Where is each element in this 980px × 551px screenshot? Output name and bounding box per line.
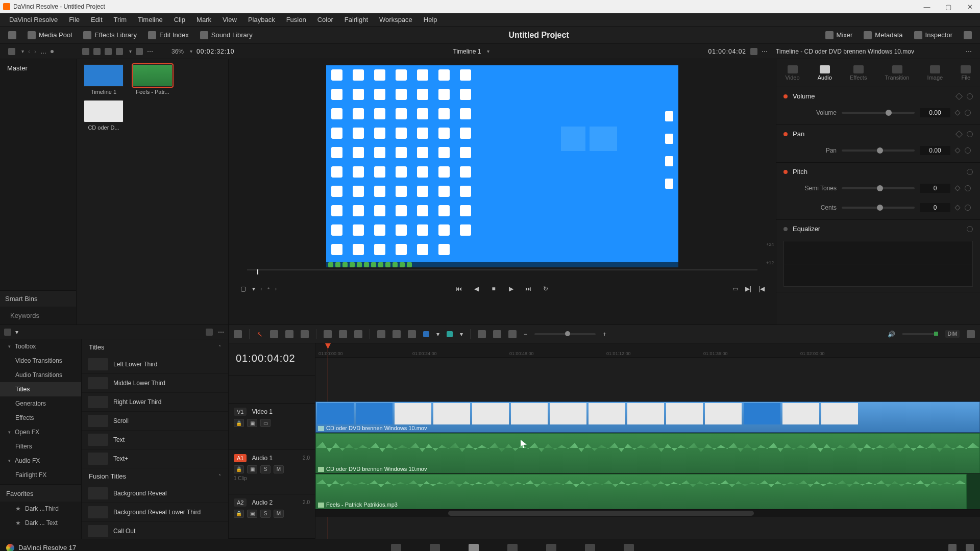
- menu-trim[interactable]: Trim: [109, 14, 132, 26]
- reset-icon[interactable]: [967, 93, 973, 99]
- timeline-view-options-icon[interactable]: [234, 330, 242, 338]
- cat-filters[interactable]: Filters: [0, 439, 81, 454]
- page-fairlight-icon[interactable]: [585, 544, 595, 552]
- slider-knob-icon[interactable]: [886, 110, 892, 116]
- sound-library-toggle[interactable]: Sound Library: [197, 29, 256, 41]
- reset-icon[interactable]: [967, 226, 973, 232]
- semitones-value[interactable]: 0: [920, 184, 950, 193]
- menu-timeline[interactable]: Timeline: [133, 14, 168, 26]
- title-item[interactable]: Text: [82, 431, 228, 449]
- keyframe-icon[interactable]: [954, 110, 960, 115]
- match-next-icon[interactable]: ›: [275, 285, 277, 292]
- menu-file[interactable]: File: [64, 14, 85, 26]
- chevron-down-icon[interactable]: ▾: [21, 48, 24, 54]
- title-item[interactable]: Left Lower Third: [82, 355, 228, 374]
- ellipsis-icon[interactable]: …: [40, 48, 46, 55]
- playhead-icon[interactable]: [257, 269, 258, 274]
- menu-edit[interactable]: Edit: [86, 14, 107, 26]
- chevron-down-icon[interactable]: ▾: [129, 48, 132, 54]
- title-item[interactable]: Middle Lower Third: [82, 374, 228, 393]
- inspector-tab-video[interactable]: Video: [781, 63, 804, 83]
- pan-value[interactable]: 0.00: [920, 146, 950, 155]
- timeline-tracks[interactable]: 01:00:00:00 01:00:24:00 01:00:48:00 01:0…: [315, 343, 980, 539]
- keyframe-icon[interactable]: [954, 147, 960, 153]
- fusion-titles-group-header[interactable]: Fusion Titles˄: [82, 468, 228, 484]
- first-frame-button[interactable]: ⏮: [455, 285, 463, 293]
- chevron-down-icon[interactable]: ▾: [252, 285, 255, 292]
- fullscreen-viewer-button[interactable]: [5, 29, 19, 41]
- lock-icon[interactable]: [408, 330, 416, 338]
- timeline-scrollbar[interactable]: [315, 510, 980, 517]
- chevron-down-icon[interactable]: ▾: [460, 331, 463, 338]
- cat-titles[interactable]: Titles: [0, 382, 81, 396]
- menu-playback[interactable]: Playback: [243, 14, 280, 26]
- play-button[interactable]: ▶: [507, 285, 515, 293]
- effects-library-toggle[interactable]: Effects Library: [80, 29, 140, 41]
- chevron-down-icon[interactable]: ▾: [487, 48, 489, 54]
- smart-bins-header[interactable]: Smart Bins: [0, 290, 76, 307]
- meters-icon[interactable]: [967, 330, 975, 338]
- menu-fusion[interactable]: Fusion: [281, 14, 311, 26]
- menu-view[interactable]: View: [217, 14, 242, 26]
- solo-button[interactable]: S: [260, 510, 271, 518]
- menu-workspace[interactable]: Workspace: [374, 14, 418, 26]
- reset-icon[interactable]: [965, 205, 971, 211]
- keyframe-icon[interactable]: [954, 185, 960, 191]
- cat-toolbox[interactable]: ▾Toolbox: [0, 339, 81, 354]
- mute-button[interactable]: M: [274, 510, 284, 518]
- flag-blue-icon[interactable]: [423, 331, 429, 337]
- zoom-percent[interactable]: 36%: [172, 48, 184, 55]
- slider-knob-icon[interactable]: [877, 185, 883, 191]
- maximize-button[interactable]: ▢: [941, 2, 955, 12]
- semitones-slider[interactable]: [842, 187, 915, 189]
- match-prev-icon[interactable]: ‹: [260, 285, 262, 292]
- audio2-track-header[interactable]: A2Audio 22.0 🔒▣SM: [229, 494, 315, 539]
- auto-select-icon[interactable]: ▣: [247, 465, 257, 473]
- in-out-icon[interactable]: ▢: [239, 285, 247, 293]
- enable-dot-icon[interactable]: [783, 94, 788, 98]
- lock-track-icon[interactable]: 🔒: [234, 510, 244, 518]
- thumb-view-icon[interactable]: [82, 48, 89, 55]
- dynamic-trim-icon[interactable]: [285, 330, 293, 338]
- close-button[interactable]: ✕: [963, 2, 977, 12]
- slider-knob-icon[interactable]: [565, 331, 570, 336]
- keyframe-icon[interactable]: [954, 205, 960, 210]
- mute-button[interactable]: M: [274, 465, 284, 473]
- menu-help[interactable]: Help: [419, 14, 443, 26]
- page-cut-icon[interactable]: [430, 544, 440, 552]
- match-frame-icon[interactable]: ▭: [731, 285, 739, 293]
- blade-tool-icon[interactable]: [301, 330, 309, 338]
- bin-list-icon[interactable]: [8, 48, 15, 55]
- audio1-track-lane[interactable]: CD oder DVD brennen Windows 10.mov: [315, 433, 980, 474]
- volume-slider[interactable]: [842, 112, 915, 114]
- audio-clip[interactable]: CD oder DVD brennen Windows 10.mov: [315, 433, 980, 473]
- metadata-toggle[interactable]: Metadata: [861, 29, 905, 41]
- ellipsis-icon[interactable]: ⋯: [147, 48, 153, 55]
- monitor-volume-slider[interactable]: [902, 333, 938, 335]
- inspector-tab-transition[interactable]: Transition: [881, 63, 914, 83]
- title-item[interactable]: Scroll: [82, 412, 228, 431]
- favorite-item[interactable]: ★Dark ... Text: [0, 516, 81, 530]
- replace-clip-icon[interactable]: [354, 330, 362, 338]
- inspector-tab-file[interactable]: File: [957, 63, 975, 83]
- last-frame-button[interactable]: ⏭: [524, 285, 532, 293]
- match-dot-icon[interactable]: •: [267, 285, 270, 292]
- keyframe-icon[interactable]: [955, 92, 963, 99]
- menu-clip[interactable]: Clip: [169, 14, 190, 26]
- solo-button[interactable]: S: [260, 465, 271, 473]
- prev-edit-icon[interactable]: |◀: [757, 285, 766, 293]
- menu-fairlight[interactable]: Fairlight: [339, 14, 373, 26]
- inspector-toggle[interactable]: Inspector: [911, 29, 955, 41]
- equalizer-graph[interactable]: [783, 241, 973, 287]
- slider-knob-icon[interactable]: [877, 205, 883, 211]
- insert-clip-icon[interactable]: [324, 330, 332, 338]
- list-view-icon[interactable]: [105, 48, 112, 55]
- pan-slider[interactable]: [842, 149, 915, 152]
- favorite-item[interactable]: ★Dark ...Third: [0, 502, 81, 516]
- home-icon[interactable]: [948, 544, 957, 552]
- find-icon[interactable]: [493, 330, 501, 338]
- bypass-icon[interactable]: [750, 48, 757, 55]
- title-item[interactable]: Text+: [82, 449, 228, 468]
- cat-audio-transitions[interactable]: Audio Transitions: [0, 368, 81, 382]
- clip-thumb-video[interactable]: CD oder D...: [82, 100, 126, 131]
